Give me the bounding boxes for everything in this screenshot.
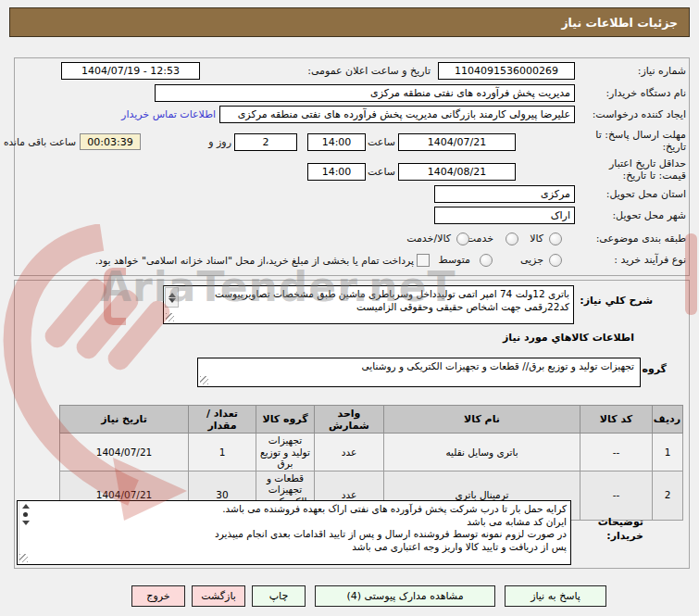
creator-label: ایجاد کننده درخواست: — [593, 108, 686, 120]
cell-date: 1404/07/21 — [60, 434, 189, 471]
table-header-row: ردیف کد کالا نام کالا واحد شمارش گروه کا… — [60, 406, 683, 434]
radio-goods-service[interactable] — [456, 233, 469, 245]
col-name: نام کالا — [384, 406, 580, 434]
buyer-notes-label: توضیحات خریدار: — [579, 515, 643, 543]
radio-goods-label: کالا — [530, 233, 543, 245]
announce-value: 1404/07/19 - 12:53 — [81, 65, 180, 77]
radio-goods[interactable] — [549, 233, 562, 245]
remaining-days-input[interactable]: 2 — [234, 133, 297, 151]
classification-label: طبقه بندی موضوعی: — [596, 233, 686, 245]
radio-medium[interactable] — [480, 254, 493, 267]
announce-label: تاریخ و ساعت اعلان عمومی: — [307, 65, 431, 77]
view-attachments-button-label: مشاهده مدارک پیوستی (4) — [346, 590, 463, 602]
arrow-up-icon — [22, 504, 30, 509]
announce-input[interactable]: 1404/07/19 - 12:53 — [61, 62, 200, 80]
deadline-time-value: 14:00 — [322, 136, 352, 148]
arrow-down-icon — [22, 521, 30, 525]
exit-button[interactable]: خروج — [131, 585, 185, 607]
print-button-label: چاپ — [269, 590, 289, 602]
radio-minor-label: جزیی — [520, 254, 543, 266]
scroll-thumb-icon — [23, 512, 28, 517]
province-label: استان محل تحویل: — [606, 188, 686, 200]
countdown-box: 00:03:39 — [80, 133, 141, 150]
buyer-contact-link[interactable]: اطلاعات تماس خریدار — [121, 108, 216, 120]
province-value: مرکزی — [541, 188, 570, 200]
respond-button-label: پاسخ به نیاز — [530, 590, 580, 602]
need-desc-label: شرح کلي نیاز: — [580, 295, 653, 307]
col-row: ردیف — [653, 406, 683, 434]
cell-group: تجهیزات تولید و توزیع برق — [256, 434, 315, 471]
deadline-time-input[interactable]: 14:00 — [307, 133, 366, 151]
validity-time-input[interactable]: 14:00 — [307, 163, 366, 181]
deadline-hour-label: ساعت — [368, 136, 395, 148]
buyer-org-value: مدیریت پخش فرآورده های نفتی منطقه مرکزی — [370, 87, 570, 99]
buyer-notes-line: ایران کد مشابه می باشد — [32, 516, 567, 529]
page-title-text: جزئیات اطلاعات نیاز — [561, 16, 678, 30]
resize-handle-icon[interactable] — [166, 313, 174, 321]
radio-service-label: خدمت — [467, 233, 493, 245]
buyer-notes-line: در صورت لزوم نمونه توسط فروشنده ارسال و … — [32, 528, 567, 541]
deadline-date-value: 1404/07/21 — [428, 136, 486, 148]
print-button[interactable]: چاپ — [252, 585, 306, 607]
need-number-input[interactable]: 1104091536000269 — [438, 62, 575, 80]
resize-handle-icon[interactable] — [200, 376, 208, 384]
validity-date-value: 1404/08/21 — [428, 166, 486, 178]
col-code: کد کالا — [580, 406, 653, 434]
radio-minor[interactable] — [549, 254, 562, 267]
validity-hour-label: ساعت — [368, 166, 395, 178]
col-date: تاریخ نیاز — [60, 406, 189, 434]
col-group: گروه کالا — [256, 406, 315, 434]
cell-name: باتری وسایل نقلیه — [384, 434, 580, 471]
cell-unit: عدد — [315, 434, 384, 471]
validity-time-value: 14:00 — [322, 166, 352, 178]
validity-date-input[interactable]: 1404/08/21 — [398, 163, 516, 181]
back-button[interactable]: بازگشت — [192, 585, 245, 607]
resize-handle-icon[interactable] — [19, 554, 28, 562]
remaining-days-value: 2 — [263, 136, 269, 148]
treasury-checkbox[interactable] — [417, 254, 430, 267]
cell-code: -- — [580, 434, 653, 471]
radio-service[interactable] — [506, 233, 518, 245]
process-label: نوع فرآیند خرید : — [614, 254, 686, 266]
buyer-notes-line: پس از دریافت و تایید کالا واریز وجه اعتب… — [32, 541, 567, 554]
exit-button-label: خروج — [146, 590, 169, 602]
remaining-label: ساعت باقی مانده — [4, 136, 76, 147]
need-desc-textarea[interactable]: باتری 12ولت 74 امپر اتمی تولیدداخل وسربا… — [163, 285, 574, 324]
deadline-date-input[interactable]: 1404/07/21 — [398, 133, 516, 151]
scroll-spinner-icon[interactable] — [165, 287, 179, 308]
creator-input[interactable]: علیرضا پیرولی کارمند بازرگانی مدیریت پخش… — [219, 106, 575, 123]
arrow-down-icon — [169, 298, 176, 303]
city-label: شهر محل تحویل: — [612, 209, 686, 221]
treasury-checkbox-label: پرداخت تمام یا بخشی از مبلغ خرید،از محل … — [95, 255, 414, 267]
radio-medium-label: متوسط — [438, 254, 470, 266]
back-button-label: بازگشت — [201, 590, 236, 602]
respond-button[interactable]: پاسخ به نیاز — [505, 585, 606, 607]
need-desc-line: کد22رقمی جهت اشخاص حقیقی وحقوقی الزامیست — [179, 301, 569, 314]
days-label: روز و — [208, 136, 231, 148]
cell-qty: 1 — [189, 434, 256, 471]
buyer-org-input[interactable]: مدیریت پخش فرآورده های نفتی منطقه مرکزی — [155, 84, 575, 102]
cell-code: -- — [580, 471, 653, 520]
deadline-label: مهلت ارسال پاسخ: تا تاریخ: — [590, 129, 686, 153]
city-input[interactable]: اراک — [434, 207, 575, 224]
cell-row: 1 — [653, 434, 683, 471]
validity-label: حداقل تاریخ اعتبار قیمت: تا تاریخ: — [582, 157, 686, 182]
arrow-up-icon — [169, 293, 176, 297]
creator-value: علیرضا پیرولی کارمند بازرگانی مدیریت پخش… — [238, 108, 570, 120]
buyer-org-label: نام دستگاه خریدار: — [605, 87, 686, 99]
cell-row: 2 — [653, 471, 683, 520]
buyer-notes-line: کرایه حمل بار تا درب شرکت پخش فرآورده ها… — [32, 503, 567, 516]
goods-info-header: اطلاعات کالاهاي مورد نیاز — [503, 332, 634, 344]
countdown-value: 00:03:39 — [87, 136, 132, 148]
need-details-page: جزئیات اطلاعات نیاز شماره نیاز: 11040915… — [0, 0, 699, 616]
city-value: اراک — [551, 209, 570, 221]
goods-group-input[interactable]: تجهیزات تولید و توزیع برق// قطعات و تجهی… — [197, 358, 641, 387]
need-number-value: 1104091536000269 — [455, 65, 558, 77]
province-input[interactable]: مرکزی — [434, 185, 575, 203]
need-number-label: شماره نیاز: — [638, 65, 686, 77]
view-attachments-button[interactable]: مشاهده مدارک پیوستی (4) — [315, 585, 495, 607]
buyer-notes-textarea[interactable]: کرایه حمل بار تا درب شرکت پخش فرآورده ها… — [17, 500, 571, 565]
page-title: جزئیات اطلاعات نیاز — [9, 7, 690, 37]
table-row[interactable]: 1 -- باتری وسایل نقلیه عدد تجهیزات تولید… — [60, 434, 683, 471]
radio-goods-service-label: کالا/خدمت — [406, 233, 451, 245]
